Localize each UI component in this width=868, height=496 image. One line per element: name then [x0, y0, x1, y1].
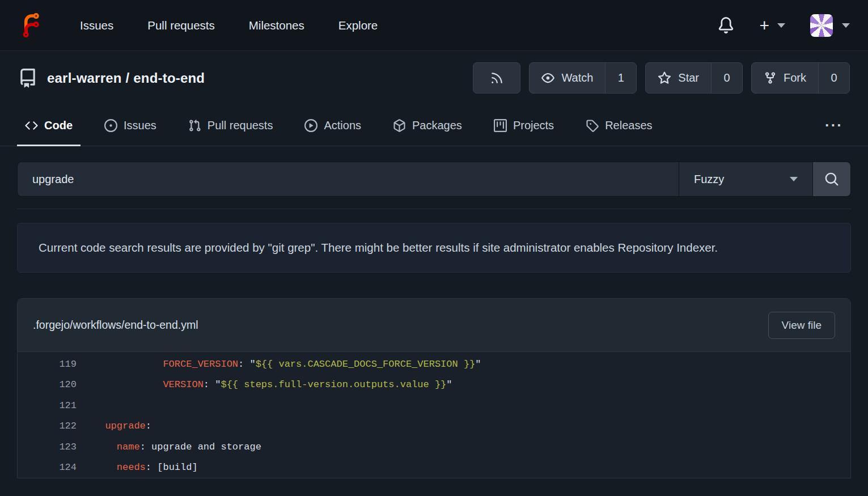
repo-tabs: Code Issues Pull requests Actions Packag…: [0, 105, 868, 146]
indexer-notice: Current code search results are provided…: [17, 223, 851, 273]
watch-label: Watch: [561, 71, 593, 84]
line-content: VERSION: "${{ steps.full-version.outputs…: [77, 375, 452, 395]
line-number[interactable]: 124: [18, 457, 77, 478]
project-board-icon: [494, 119, 507, 132]
tag-icon: [586, 119, 599, 132]
watch-button-group: Watch 1: [529, 62, 637, 94]
nav-link-milestones[interactable]: Milestones: [249, 19, 304, 32]
search-mode-select[interactable]: Fuzzy: [679, 162, 812, 196]
tab-code[interactable]: Code: [17, 105, 81, 146]
fork-button[interactable]: Fork: [752, 63, 818, 93]
create-new-menu[interactable]: +: [759, 17, 785, 34]
star-label: Star: [678, 71, 699, 84]
line-content: upgrade:: [77, 416, 151, 436]
search-result-file: .forgejo/workflows/end-to-end.yml View f…: [17, 298, 851, 478]
chevron-down-icon: [790, 177, 798, 181]
line-number[interactable]: 119: [18, 354, 77, 375]
line-number[interactable]: 123: [18, 437, 77, 457]
code-lines: 119 FORCE_VERSION: "${{ vars.CASCADE_DOC…: [18, 354, 850, 478]
tab-label: Packages: [412, 119, 462, 132]
tab-issues[interactable]: Issues: [96, 105, 164, 146]
tab-label: Releases: [605, 119, 652, 132]
eye-icon: [541, 71, 554, 84]
nav-link-issues[interactable]: Issues: [80, 19, 113, 32]
navbar-right: +: [718, 14, 850, 37]
view-file-button[interactable]: View file: [768, 312, 835, 339]
git-pull-request-icon: [188, 119, 201, 132]
tab-packages[interactable]: Packages: [385, 105, 470, 146]
search-mode-value: Fuzzy: [694, 173, 724, 186]
repo-name-link[interactable]: end-to-end: [133, 70, 205, 86]
tab-projects[interactable]: Projects: [486, 105, 562, 146]
watch-button[interactable]: Watch: [530, 63, 605, 93]
code-line: 120 VERSION: "${{ steps.full-version.out…: [18, 375, 850, 395]
fork-label: Fork: [784, 71, 806, 84]
play-icon: [304, 119, 317, 132]
star-button[interactable]: Star: [646, 63, 711, 93]
file-header: .forgejo/workflows/end-to-end.yml View f…: [18, 299, 850, 352]
user-menu[interactable]: [810, 14, 850, 37]
issue-opened-icon: [104, 119, 117, 132]
code-snippet: 119 FORCE_VERSION: "${{ vars.CASCADE_DOC…: [18, 352, 850, 478]
repo-title: earl-warren / end-to-end: [18, 69, 205, 88]
section-divider: [17, 209, 851, 209]
nav-link-pull-requests[interactable]: Pull requests: [147, 19, 215, 32]
code-search-bar: Fuzzy: [17, 162, 851, 197]
repo-action-buttons: Watch 1 Star 0 Fork 0: [473, 62, 850, 94]
tab-label: Pull requests: [208, 119, 273, 132]
line-content: [77, 396, 94, 416]
watch-count[interactable]: 1: [605, 63, 636, 93]
tab-actions[interactable]: Actions: [297, 105, 369, 146]
breadcrumb-separator: /: [125, 70, 129, 86]
star-button-group: Star 0: [645, 62, 743, 94]
search-input[interactable]: [18, 162, 679, 196]
line-content: needs: [build]: [77, 457, 198, 478]
star-count[interactable]: 0: [711, 63, 742, 93]
fork-count[interactable]: 0: [818, 63, 849, 93]
fork-button-group: Fork 0: [751, 62, 850, 94]
avatar[interactable]: [810, 14, 833, 37]
repo-owner-link[interactable]: earl-warren: [47, 70, 122, 86]
fork-icon: [764, 71, 777, 84]
nav-links: Issues Pull requests Milestones Explore: [80, 19, 378, 32]
rss-feed-button[interactable]: [473, 62, 520, 94]
tab-label: Projects: [513, 119, 554, 132]
line-content: name: upgrade and storage: [77, 437, 261, 457]
search-icon: [824, 172, 839, 186]
tab-pull-requests[interactable]: Pull requests: [180, 105, 281, 146]
code-line: 121: [18, 396, 850, 416]
code-line: 124 needs: [build]: [18, 457, 850, 478]
code-line: 123 name: upgrade and storage: [18, 437, 850, 457]
tab-label: Issues: [124, 119, 156, 132]
rss-icon: [490, 71, 504, 85]
line-content: FORCE_VERSION: "${{ vars.CASCADE_DOCS_FO…: [77, 354, 481, 375]
tab-label: Code: [44, 119, 73, 132]
file-path-link[interactable]: .forgejo/workflows/end-to-end.yml: [33, 319, 198, 332]
code-icon: [25, 119, 38, 132]
forgejo-logo-icon[interactable]: [18, 12, 45, 39]
repo-book-icon: [18, 69, 37, 88]
nav-link-explore[interactable]: Explore: [338, 19, 378, 32]
package-icon: [393, 119, 406, 132]
breadcrumb: earl-warren / end-to-end: [47, 70, 205, 86]
tab-releases[interactable]: Releases: [578, 105, 660, 146]
chevron-down-icon: [842, 23, 850, 28]
search-submit-button[interactable]: [812, 162, 850, 196]
code-line: 119 FORCE_VERSION: "${{ vars.CASCADE_DOC…: [18, 354, 850, 375]
star-icon: [658, 71, 671, 85]
plus-icon: +: [759, 17, 769, 34]
tabs-overflow-ellipsis[interactable]: ···: [817, 105, 851, 146]
top-navbar: Issues Pull requests Milestones Explore …: [0, 0, 868, 51]
line-number[interactable]: 121: [18, 396, 77, 416]
code-line: 122 upgrade:: [18, 416, 850, 436]
tab-label: Actions: [324, 119, 361, 132]
notifications-bell-icon[interactable]: [718, 17, 734, 33]
line-number[interactable]: 120: [18, 375, 77, 395]
repo-header: earl-warren / end-to-end Watch 1 Star 0: [0, 51, 868, 105]
line-number[interactable]: 122: [18, 416, 77, 436]
chevron-down-icon: [777, 23, 785, 28]
